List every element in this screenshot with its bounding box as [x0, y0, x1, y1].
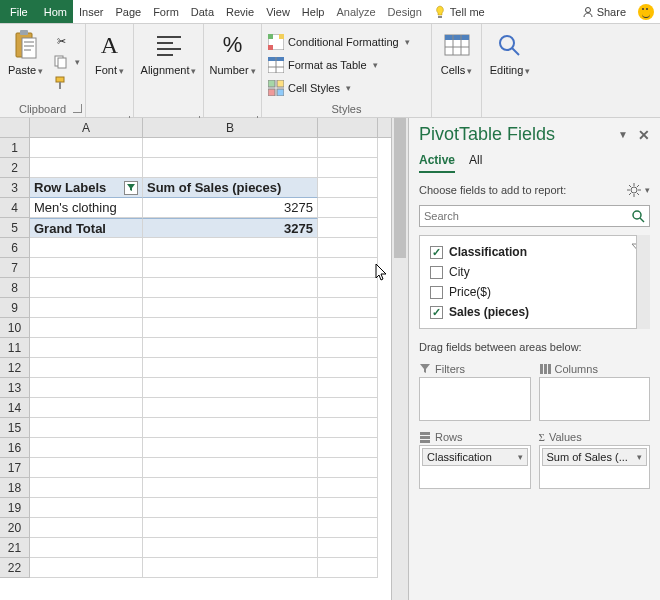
- tell-me[interactable]: Tell me: [428, 0, 491, 23]
- cell[interactable]: [143, 478, 318, 498]
- cell[interactable]: [30, 378, 143, 398]
- paste-button[interactable]: Paste▾: [4, 29, 47, 76]
- tab-file[interactable]: File: [0, 0, 38, 23]
- format-as-table-button[interactable]: Format as Table▾: [266, 56, 412, 74]
- cell[interactable]: [318, 138, 378, 158]
- cell[interactable]: [318, 398, 378, 418]
- cell[interactable]: [143, 458, 318, 478]
- cell[interactable]: Men's clothing: [30, 198, 143, 218]
- tab-review[interactable]: Revie: [220, 0, 260, 23]
- cell[interactable]: [30, 398, 143, 418]
- cell[interactable]: [318, 278, 378, 298]
- row-header[interactable]: 1: [0, 138, 30, 158]
- row-header[interactable]: 6: [0, 238, 30, 258]
- pane-tab-all[interactable]: All: [469, 153, 482, 173]
- cell[interactable]: [318, 318, 378, 338]
- cell[interactable]: Sum of Sales (pieces): [143, 178, 318, 198]
- cell[interactable]: [30, 418, 143, 438]
- field-search-input[interactable]: [424, 210, 631, 222]
- cell[interactable]: Grand Total: [30, 218, 143, 238]
- cell[interactable]: [143, 518, 318, 538]
- rows-item-classification[interactable]: Classification▾: [422, 448, 528, 466]
- cell[interactable]: [143, 338, 318, 358]
- cell[interactable]: [143, 258, 318, 278]
- cell[interactable]: [30, 158, 143, 178]
- cell[interactable]: [30, 498, 143, 518]
- row-header[interactable]: 16: [0, 438, 30, 458]
- cell[interactable]: 3275: [143, 218, 318, 238]
- cell[interactable]: [143, 498, 318, 518]
- cell[interactable]: [143, 378, 318, 398]
- cell[interactable]: [30, 538, 143, 558]
- cell[interactable]: [318, 418, 378, 438]
- cell[interactable]: [318, 358, 378, 378]
- filters-drop-area[interactable]: [419, 377, 531, 421]
- columns-drop-area[interactable]: [539, 377, 651, 421]
- row-header[interactable]: 14: [0, 398, 30, 418]
- cell[interactable]: [143, 158, 318, 178]
- cell[interactable]: [30, 318, 143, 338]
- cell[interactable]: [318, 258, 378, 278]
- cell[interactable]: [143, 238, 318, 258]
- cell[interactable]: [30, 138, 143, 158]
- cell[interactable]: [318, 158, 378, 178]
- cut-button[interactable]: ✂: [51, 32, 82, 50]
- cell[interactable]: [143, 558, 318, 578]
- vertical-scrollbar[interactable]: [391, 118, 408, 600]
- row-header[interactable]: 17: [0, 458, 30, 478]
- tab-home[interactable]: Hom: [38, 0, 73, 23]
- tab-data[interactable]: Data: [185, 0, 220, 23]
- row-header[interactable]: 7: [0, 258, 30, 278]
- field-classification[interactable]: Classification: [424, 242, 645, 262]
- cell[interactable]: [318, 518, 378, 538]
- column-header-C[interactable]: [318, 118, 378, 137]
- row-header[interactable]: 12: [0, 358, 30, 378]
- cell[interactable]: [30, 258, 143, 278]
- cell[interactable]: [30, 478, 143, 498]
- tab-page-layout[interactable]: Page: [109, 0, 147, 23]
- cell[interactable]: [143, 358, 318, 378]
- field-city[interactable]: City: [424, 262, 645, 282]
- tab-help[interactable]: Help: [296, 0, 331, 23]
- copy-button[interactable]: ▾: [51, 53, 82, 71]
- row-labels-filter-button[interactable]: [124, 181, 138, 195]
- field-search[interactable]: [419, 205, 650, 227]
- pane-tab-active[interactable]: Active: [419, 153, 455, 173]
- column-header-A[interactable]: A: [30, 118, 143, 137]
- cell[interactable]: [318, 458, 378, 478]
- row-header[interactable]: 20: [0, 518, 30, 538]
- cell[interactable]: [143, 398, 318, 418]
- cell[interactable]: [143, 538, 318, 558]
- cell[interactable]: [318, 538, 378, 558]
- cell[interactable]: [318, 438, 378, 458]
- cell[interactable]: [143, 438, 318, 458]
- pane-menu-arrow[interactable]: ▼: [618, 129, 628, 140]
- cell[interactable]: [30, 278, 143, 298]
- row-header[interactable]: 13: [0, 378, 30, 398]
- row-header[interactable]: 3: [0, 178, 30, 198]
- values-drop-area[interactable]: Sum of Sales (...▾: [539, 445, 651, 489]
- cell[interactable]: [318, 478, 378, 498]
- cell[interactable]: [143, 318, 318, 338]
- tab-analyze[interactable]: Analyze: [330, 0, 381, 23]
- select-all-corner[interactable]: [0, 118, 30, 137]
- cell[interactable]: [30, 238, 143, 258]
- cell[interactable]: [143, 138, 318, 158]
- row-header[interactable]: 19: [0, 498, 30, 518]
- cell-styles-button[interactable]: Cell Styles▾: [266, 79, 412, 97]
- row-header[interactable]: 15: [0, 418, 30, 438]
- font-group-button[interactable]: A Font▾: [90, 29, 130, 76]
- cell[interactable]: Row Labels: [30, 178, 143, 198]
- row-header[interactable]: 22: [0, 558, 30, 578]
- cell[interactable]: 3275: [143, 198, 318, 218]
- fields-scrollbar[interactable]: [636, 235, 650, 329]
- cell[interactable]: [318, 198, 378, 218]
- spreadsheet-grid[interactable]: A B 123Row LabelsSum of Sales (pieces)4M…: [0, 118, 408, 600]
- cell[interactable]: [318, 338, 378, 358]
- row-header[interactable]: 18: [0, 478, 30, 498]
- editing-group-button[interactable]: Editing▾: [486, 29, 535, 76]
- tab-design[interactable]: Design: [382, 0, 428, 23]
- cell[interactable]: [30, 518, 143, 538]
- cell[interactable]: [143, 278, 318, 298]
- alignment-group-button[interactable]: Alignment▾: [137, 29, 201, 76]
